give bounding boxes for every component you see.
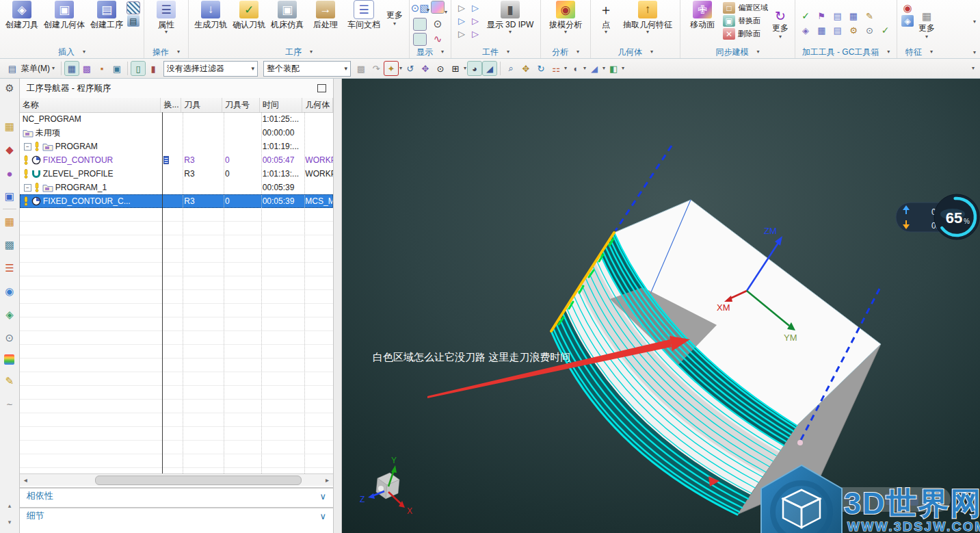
group-label-feature[interactable]: 特征 [901, 46, 938, 58]
pan-icon[interactable]: ✥ [519, 62, 533, 75]
group-label-analysis[interactable]: 分析 [544, 46, 587, 58]
shaded-box-icon[interactable]: ◢ [483, 62, 496, 75]
tool-move-icon[interactable]: ✥ [419, 62, 432, 75]
gc-pen-icon[interactable] [863, 10, 875, 22]
zoom-region-icon[interactable]: ⌕ [504, 62, 518, 75]
orient-icon[interactable]: ↺ [403, 62, 417, 75]
gc-flag-icon[interactable] [815, 10, 827, 22]
scrollbar-thumb[interactable] [95, 476, 302, 485]
show-3d-ipw-button[interactable]: 显示 3D IPW [484, 0, 537, 35]
delete-face-button[interactable]: 删除面 [722, 27, 768, 40]
assembly-navigator-icon[interactable]: ▦ [3, 120, 16, 133]
display-option-icon-2[interactable] [432, 1, 444, 13]
view-cube-icon[interactable]: ◢ [587, 62, 601, 75]
extract-geometry-button[interactable]: 抽取几何特征 [619, 0, 676, 35]
table-row[interactable]: 未用项 00:00:00 [20, 126, 333, 140]
sync-more-button[interactable]: 更多 [769, 0, 791, 40]
workpiece-flag-icon-2[interactable] [469, 2, 481, 14]
snap-icon-2[interactable]: ▮ [146, 62, 160, 75]
select-filter-icon-2[interactable]: ▩ [80, 62, 94, 75]
move-face-button[interactable]: 移动面 [684, 0, 721, 29]
layout-icon[interactable]: ⚏ [549, 62, 563, 75]
find-component-icon[interactable]: ✦ [384, 62, 398, 75]
column-header-geometry[interactable]: 几何体 [302, 98, 333, 112]
scroll-down-icon[interactable]: ▾ [3, 515, 16, 529]
machine-simulation-button[interactable]: 机床仿真 [269, 0, 306, 29]
scroll-left-icon[interactable]: ◂ [20, 476, 31, 484]
color-palette-icon[interactable] [4, 354, 14, 365]
render-style-icon[interactable]: ◖ [568, 62, 582, 75]
verify-toolpath-button[interactable]: 确认刀轨 [230, 0, 267, 29]
group-label-gc-toolbox[interactable]: 加工工具 - GC工具箱 [799, 46, 893, 58]
toolpath-display-toggle-2[interactable] [414, 34, 426, 45]
group-label-workpiece[interactable]: 工件 [455, 46, 537, 58]
scroll-up-icon[interactable]: ▴ [3, 499, 16, 512]
replace-face-button[interactable]: 替换面 [722, 14, 768, 27]
gc-approve-icon[interactable] [879, 25, 892, 36]
column-header-time[interactable]: 时间 [260, 98, 303, 112]
table-row-selected[interactable]: FIXED_CONTOUR_C... R3 0 00:05:39 MCS_M [20, 194, 333, 208]
gc-clock-icon[interactable] [863, 25, 875, 36]
table-row[interactable]: FIXED_CONTOUR R3 0 00:05:47 WORKP [20, 153, 333, 167]
group-label-process[interactable]: 工序 [192, 46, 406, 58]
select-filter-icon-3[interactable]: ▪ [95, 62, 109, 75]
column-header-toolnumber[interactable]: 刀具号 [222, 98, 260, 112]
generate-toolpath-button[interactable]: 生成刀轨 [192, 0, 229, 29]
snap-icon-1[interactable]: ▯ [131, 62, 145, 75]
part-navigator-icon[interactable]: ● [3, 166, 16, 180]
reuse-library-icon[interactable]: ☰ [3, 261, 16, 275]
table-row[interactable]: PROGRAM_1 00:05:39 [20, 181, 333, 194]
group-label-display[interactable]: 显示 [413, 46, 447, 58]
toolbar-overflow-icon[interactable] [972, 66, 975, 71]
gc-grid-icon[interactable] [832, 10, 844, 22]
clip-section-icon[interactable]: ◧ [607, 62, 620, 75]
machine-library-icon[interactable]: ▩ [3, 238, 16, 252]
panel-resize-sash[interactable] [334, 79, 342, 533]
display-circle-icon[interactable] [432, 18, 444, 30]
undo-filter-icon[interactable]: ↷ [369, 62, 383, 75]
workpiece-flag-icon-1[interactable] [455, 2, 468, 14]
draft-analysis-button[interactable]: 拔模分析 [544, 0, 587, 35]
menu-button[interactable]: ▤ 菜单(M) [3, 61, 57, 76]
snap-point-icon[interactable]: ⊙ [434, 62, 447, 75]
insert-extra-icon-1[interactable] [127, 2, 140, 14]
rotate-view-icon[interactable]: ↻ [534, 62, 548, 75]
gc-doc-icon[interactable] [815, 25, 827, 36]
insert-extra-icon-2[interactable]: ▤ [127, 15, 140, 27]
visual-reports-icon[interactable]: ✎ [3, 374, 16, 388]
postprocess-button[interactable]: 后处理 [307, 0, 344, 29]
workpiece-flag-icon-6[interactable] [469, 28, 481, 40]
group-label-insert[interactable]: 插入 [3, 46, 140, 58]
constraint-navigator-icon[interactable]: ◆ [3, 143, 16, 157]
gc-gear-icon[interactable] [847, 25, 860, 36]
dependencies-section[interactable]: 相依性 [20, 487, 333, 504]
machining-wizard-icon[interactable]: ▦ [3, 215, 16, 229]
feature-find-icon[interactable] [901, 2, 914, 14]
collapse-expander-icon[interactable] [24, 143, 31, 151]
group-label-operation[interactable]: 操作 [148, 46, 185, 58]
table-row[interactable]: NC_PROGRAM 1:01:25:... [20, 112, 333, 126]
point-button[interactable]: 点 [594, 0, 618, 35]
properties-button[interactable]: 属性 [148, 0, 185, 35]
gc-check-icon[interactable] [799, 10, 812, 22]
table-row[interactable]: ZLEVEL_PROFILE R3 0 1:01:13:... WORKP [20, 167, 333, 181]
ribbon-overflow-icon[interactable] [973, 19, 976, 25]
gc-list-icon[interactable] [832, 25, 844, 36]
offset-region-button[interactable]: 偏置区域 [722, 1, 768, 14]
shop-doc-button[interactable]: 车间文档 [345, 0, 382, 29]
gc-table-icon[interactable] [847, 10, 860, 22]
scroll-right-icon[interactable]: ▸ [321, 476, 333, 484]
horizontal-scrollbar[interactable]: ◂ ▸ [20, 473, 333, 486]
display-option-icon-1[interactable]: ▧ [414, 2, 426, 14]
roles-gear-icon[interactable]: ⚙ [3, 81, 16, 95]
create-tool-button[interactable]: 创建刀具 [3, 0, 40, 29]
group-label-geometry[interactable]: 几何体 [594, 46, 676, 58]
column-header-name[interactable]: 名称 [20, 98, 161, 112]
selection-filter-combo[interactable]: 没有选择过滤器 [163, 61, 258, 77]
feature-more-button[interactable]: 更多 [916, 0, 938, 40]
workpiece-flag-icon-3[interactable] [455, 15, 468, 27]
feature-teach-icon[interactable] [901, 15, 914, 27]
shaded-edges-icon[interactable]: ◕ [468, 62, 481, 75]
process-more-button[interactable]: 更多 [384, 0, 406, 27]
graphics-viewport[interactable]: ZM XM YM 白色区域怎么让它没刀路 这里走刀浪费时间 [342, 79, 980, 533]
